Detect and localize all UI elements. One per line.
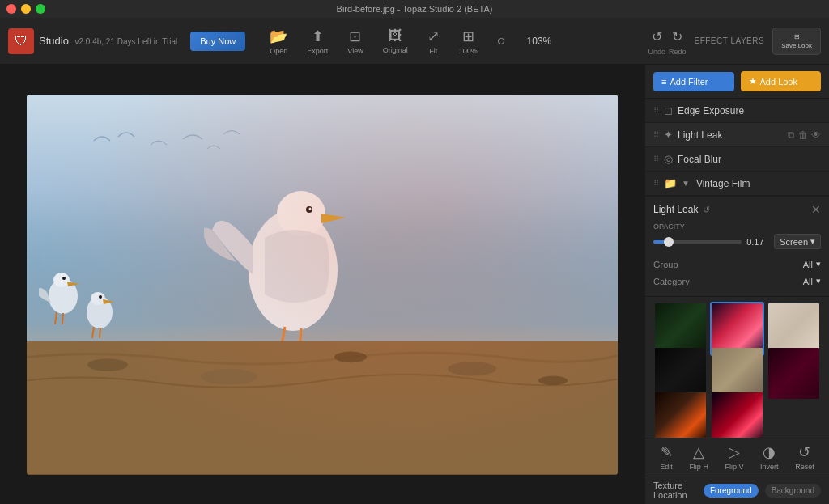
group-value-select[interactable]: All ▾ xyxy=(803,259,821,269)
texture-cell-8[interactable] xyxy=(710,391,764,438)
buy-now-button[interactable]: Buy Now xyxy=(190,32,245,51)
scene xyxy=(27,95,618,475)
undo-button[interactable]: ↺ xyxy=(648,26,665,48)
fit-tool[interactable]: ⤢ Fit xyxy=(419,24,448,58)
texture-location-label: Texture Location xyxy=(653,481,697,500)
svg-point-7 xyxy=(53,273,70,287)
open-tool[interactable]: 📂 Open xyxy=(261,24,295,58)
svg-point-1 xyxy=(277,191,325,236)
effect-layers-header-label: EFFECT LAYERS xyxy=(694,36,764,45)
drag-handle-icon: ⠿ xyxy=(653,179,659,188)
layer-item-focal-blur[interactable]: ⠿ ◎ Focal Blur xyxy=(645,147,829,172)
maximize-button[interactable] xyxy=(36,4,45,14)
title-bar: Bird-before.jpg - Topaz Studio 2 (BETA) xyxy=(0,0,829,18)
bottom-toolbar: ✎ Edit △ Flip H ▷ Flip V ◑ Invert ↺ Rese… xyxy=(645,438,829,476)
texture-preview-6 xyxy=(768,348,819,399)
svg-point-3 xyxy=(309,207,312,210)
view-icon: ⊡ xyxy=(349,28,361,45)
redo-button[interactable]: ↻ xyxy=(669,26,686,48)
ground xyxy=(27,341,618,475)
logo-icon: 🛡 xyxy=(8,28,34,54)
delete-layer-button[interactable]: 🗑 xyxy=(798,129,808,141)
100pct-tool[interactable]: ⊞ 100% xyxy=(451,24,486,58)
light-leak-actions: ⧉ 🗑 👁 xyxy=(788,129,821,141)
svg-line-9 xyxy=(55,312,57,324)
reset-title-icon[interactable]: ↺ xyxy=(703,205,710,215)
toolbar-tools: 📂 Open ⬆ Export ⊡ View 🖼 Original ⤢ Fit … xyxy=(261,24,648,58)
zoom-level: 103% xyxy=(517,36,562,47)
layer-item-edge-exposure[interactable]: ⠿ ◻ Edge Exposure xyxy=(645,99,829,123)
texture-preview-7 xyxy=(655,392,706,438)
reset-label: Reset xyxy=(795,463,814,471)
layer-item-light-leak[interactable]: ⠿ ✦ Light Leak ⧉ 🗑 👁 xyxy=(645,123,829,147)
undo-redo-area: ↺ Undo ↻ Redo xyxy=(648,26,686,56)
circle-icon: ○ xyxy=(497,32,506,49)
ground-texture xyxy=(27,341,618,475)
blend-mode-select[interactable]: Screen ▾ xyxy=(774,234,821,249)
edge-exposure-label: Edge Exposure xyxy=(678,105,821,116)
logo-version: v2.0.4b, 21 Days Left in Trial xyxy=(75,37,178,46)
group-row: Group All ▾ xyxy=(653,256,821,273)
add-look-button[interactable]: ★ Add Look xyxy=(741,71,822,91)
canvas-image xyxy=(27,95,618,475)
opacity-value: 0.17 xyxy=(746,237,769,247)
expand-arrow-icon: ▼ xyxy=(682,179,690,188)
chevron-down-icon: ▾ xyxy=(810,236,815,247)
light-leak-icon: ✦ xyxy=(664,129,673,141)
add-filter-icon: ≡ xyxy=(661,77,666,87)
logo-area: 🛡 Studio v2.0.4b, 21 Days Left in Trial xyxy=(8,28,177,54)
100pct-icon: ⊞ xyxy=(462,28,474,45)
texture-preview-8 xyxy=(712,392,763,438)
flip-v-label: Flip V xyxy=(725,463,743,471)
texture-cell-7[interactable] xyxy=(653,391,708,438)
flip-v-tool[interactable]: ▷ Flip V xyxy=(725,443,743,471)
flip-h-icon: △ xyxy=(693,443,704,461)
layer-item-vintage-film[interactable]: ⠿ 📁 ▼ Vintage Film xyxy=(645,172,829,196)
opacity-slider[interactable] xyxy=(653,240,742,244)
edge-exposure-icon: ◻ xyxy=(664,104,673,116)
svg-point-21 xyxy=(538,376,568,386)
foreground-location-button[interactable]: Foreground xyxy=(704,484,759,498)
add-filter-button[interactable]: ≡ Add Filter xyxy=(653,72,734,91)
window-title: Bird-before.jpg - Topaz Studio 2 (BETA) xyxy=(337,4,493,14)
invert-label: Invert xyxy=(760,463,779,471)
canvas-area xyxy=(0,65,644,504)
right-panel: ≡ Add Filter ★ Add Look ⠿ ◻ Edge Exposur… xyxy=(644,65,829,504)
toggle-layer-button[interactable]: 👁 xyxy=(811,129,821,141)
category-row: Category All ▾ xyxy=(653,273,821,290)
export-label: Export xyxy=(307,47,328,55)
background-location-button[interactable]: Background xyxy=(765,484,821,498)
texture-grid xyxy=(645,297,829,438)
category-value-select[interactable]: All ▾ xyxy=(803,276,821,286)
reset-tool[interactable]: ↺ Reset xyxy=(795,443,814,471)
drag-handle-icon: ⠿ xyxy=(653,155,659,163)
light-leak-label: Light Leak xyxy=(678,129,783,141)
invert-tool[interactable]: ◑ Invert xyxy=(760,443,779,471)
svg-point-12 xyxy=(91,292,105,305)
save-look-button[interactable]: ⊞ Save Look xyxy=(772,28,821,55)
svg-line-14 xyxy=(92,327,94,338)
duplicate-layer-button[interactable]: ⧉ xyxy=(788,129,795,141)
close-button[interactable] xyxy=(6,4,16,14)
fit-icon: ⤢ xyxy=(427,28,440,45)
view-tool[interactable]: ⊡ View xyxy=(339,24,371,58)
edit-tool[interactable]: ✎ Edit xyxy=(660,443,673,471)
texture-cell-6[interactable] xyxy=(767,346,821,400)
svg-line-15 xyxy=(100,328,100,338)
traffic-lights xyxy=(6,4,45,14)
redo-label: Redo xyxy=(669,48,687,56)
group-chevron-icon: ▾ xyxy=(816,259,821,269)
slider-thumb[interactable] xyxy=(664,237,674,247)
svg-point-13 xyxy=(99,295,102,299)
focal-blur-icon: ◎ xyxy=(664,153,673,165)
close-expanded-button[interactable]: ✕ xyxy=(811,203,821,216)
circle-tool[interactable]: ○ xyxy=(489,29,514,53)
export-tool[interactable]: ⬆ Export xyxy=(299,24,336,58)
original-tool[interactable]: 🖼 Original xyxy=(375,24,416,57)
expanded-header: Light Leak ↺ ✕ xyxy=(653,203,821,216)
flip-h-tool[interactable]: △ Flip H xyxy=(689,443,708,471)
minimize-button[interactable] xyxy=(21,4,31,14)
toolbar: 🛡 Studio v2.0.4b, 21 Days Left in Trial … xyxy=(0,18,829,65)
100pct-label: 100% xyxy=(459,47,478,55)
svg-point-20 xyxy=(448,362,496,375)
